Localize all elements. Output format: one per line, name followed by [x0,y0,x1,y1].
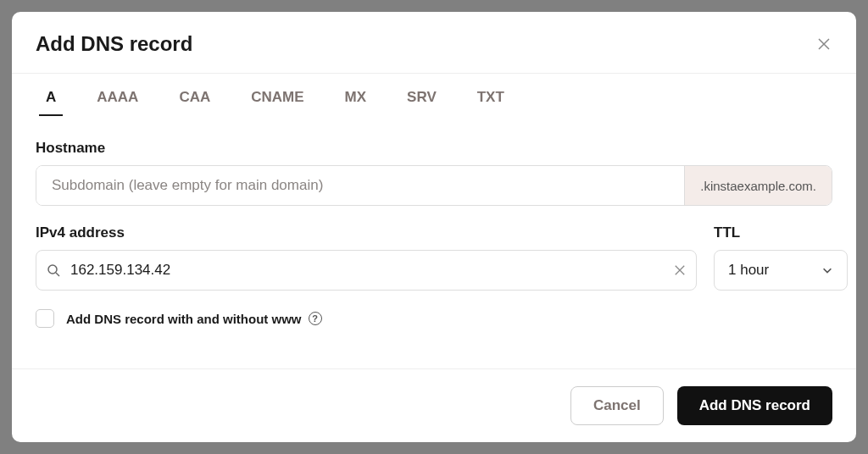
tab-aaaa[interactable]: AAAA [97,89,138,116]
ttl-label: TTL [714,224,848,241]
tab-caa[interactable]: CAA [179,89,210,116]
record-type-tabs: A AAAA CAA CNAME MX SRV TXT [36,74,832,116]
search-icon [47,263,60,277]
ttl-value: 1 hour [728,262,769,279]
hostname-label: Hostname [36,140,832,157]
modal-footer: Cancel Add DNS record [12,369,856,442]
ttl-select[interactable]: 1 hour [714,250,848,291]
help-icon[interactable]: ? [309,312,322,325]
modal-body: A AAAA CAA CNAME MX SRV TXT Hostname .ki… [12,74,856,369]
www-checkbox-text: Add DNS record with and without www [66,312,302,326]
modal-header: Add DNS record [12,12,856,74]
tab-srv[interactable]: SRV [407,89,437,116]
tab-a[interactable]: A [46,89,56,116]
modal-title: Add DNS record [36,32,192,56]
chevron-down-icon [821,264,833,276]
close-icon[interactable] [815,36,832,53]
ttl-group: TTL 1 hour [714,224,848,291]
tab-cname[interactable]: CNAME [251,89,303,116]
www-checkbox[interactable] [36,309,54,328]
ip-field [36,250,697,291]
clear-icon[interactable] [674,264,686,276]
tab-mx[interactable]: MX [345,89,367,116]
ip-input[interactable] [67,262,667,279]
www-checkbox-row: Add DNS record with and without www ? [36,309,832,328]
ip-label: IPv4 address [36,224,697,241]
tab-txt[interactable]: TXT [477,89,504,116]
add-dns-record-modal: Add DNS record A AAAA CAA CNAME MX SRV T… [12,12,856,442]
hostname-field: .kinstaexample.com. [36,165,832,206]
cancel-button[interactable]: Cancel [570,386,664,425]
www-checkbox-label: Add DNS record with and without www ? [66,312,322,326]
hostname-group: Hostname .kinstaexample.com. [36,140,832,206]
svg-point-0 [48,265,57,274]
hostname-input[interactable] [36,166,684,205]
ip-group: IPv4 address [36,224,697,291]
hostname-suffix: .kinstaexample.com. [684,166,832,205]
submit-button[interactable]: Add DNS record [677,386,832,425]
